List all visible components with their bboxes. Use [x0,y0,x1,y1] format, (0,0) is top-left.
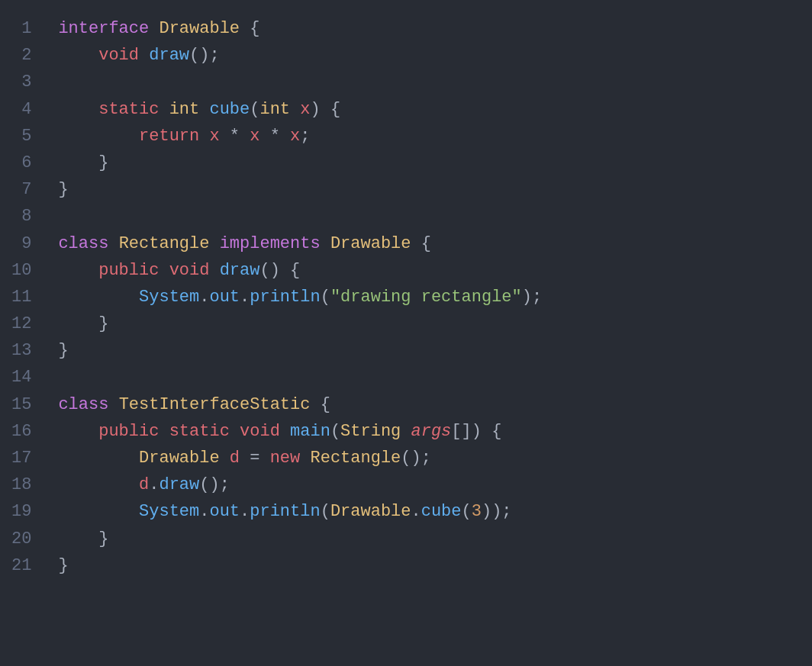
code-line: System.out.println("drawing rectangle"); [58,284,797,310]
code-token: . [199,502,209,521]
code-token [108,234,118,253]
code-line: interface Drawable { [58,15,797,42]
line-numbers: 123456789101112131415161718192021 [0,15,43,651]
line-number: 20 [11,526,31,552]
line-number: 7 [11,176,31,203]
code-token: int [169,100,200,119]
code-token [401,422,411,441]
code-token: void [98,46,139,65]
code-token: ( [462,502,472,521]
code-token: main [290,422,330,441]
code-token: void [169,261,210,280]
line-number: 18 [11,471,31,498]
code-token: { [240,19,259,38]
code-line [58,69,797,95]
code-token [209,261,219,280]
line-number: 8 [11,203,31,230]
code-token: } [58,314,108,333]
code-token: 3 [472,502,482,521]
code-token: draw [220,261,260,280]
line-number: 5 [11,123,31,150]
code-token [58,46,98,65]
code-content: interface Drawable { void draw(); static… [43,15,812,651]
code-token [290,100,300,119]
code-token: . [149,475,159,494]
code-token [58,449,139,468]
line-number: 3 [11,69,31,95]
code-token: x [300,100,310,119]
code-token: out [209,502,240,521]
code-token: . [240,288,250,307]
code-token: } [58,556,68,575]
line-number: 6 [11,150,31,176]
code-line: return x * x * x; [58,123,797,150]
code-token: interface [58,19,159,38]
code-token: int [259,100,290,119]
line-number: 2 [11,42,31,69]
code-token [159,261,169,280]
code-token: . [240,502,250,521]
code-token: Rectangle [310,449,401,468]
line-number: 15 [11,391,31,418]
code-token: x [250,127,259,146]
code-token: class [58,234,108,253]
code-token: ; [300,127,310,146]
code-token: . [199,288,209,307]
code-token: (); [199,475,230,494]
code-token: draw [159,475,199,494]
code-token: cube [209,100,250,119]
code-token: } [58,180,68,199]
line-number: 1 [11,15,31,42]
code-token: new [270,449,301,468]
code-token: d [139,475,149,494]
code-token [321,234,330,253]
code-line: } [58,310,797,337]
code-token: ( [321,502,330,521]
code-token: out [209,288,240,307]
line-number: 21 [11,552,31,579]
code-line: class Rectangle implements Drawable { [58,230,797,257]
code-token: draw [149,46,189,65]
code-line: static int cube(int x) { [58,96,797,123]
code-token: (); [189,46,220,65]
code-token: . [411,502,421,521]
code-token: ( [330,422,340,441]
code-token: Drawable [330,234,411,253]
code-token: System [139,288,199,307]
code-token: Drawable [139,449,220,468]
code-token: class [58,395,108,414]
code-token [58,502,139,521]
code-line: } [58,176,797,203]
code-token [280,422,290,441]
code-token: () { [259,261,300,280]
code-token [58,100,98,119]
code-token: ); [522,288,542,307]
line-number: 17 [11,445,31,471]
code-token [108,395,118,414]
code-line [58,203,797,230]
code-token: { [411,234,431,253]
code-token: public [98,422,159,441]
line-number: 4 [11,96,31,123]
code-token [58,475,139,494]
code-token: * [259,127,290,146]
code-token: []) [451,422,482,441]
code-token: ) { [310,100,340,119]
code-token: Drawable [330,502,411,521]
code-line: } [58,150,797,176]
code-line: public void draw() { [58,257,797,284]
line-number: 12 [11,310,31,337]
code-line [58,364,797,391]
code-token: x [209,127,219,146]
code-token [58,261,98,280]
code-token: )); [482,502,512,521]
code-token: } [58,341,68,360]
code-token [220,449,230,468]
line-number: 19 [11,498,31,525]
code-token: d [230,449,240,468]
code-token: { [482,422,501,441]
line-number: 13 [11,337,31,364]
code-token [58,288,139,307]
code-line: public static void main(String args[]) { [58,418,797,445]
code-token: } [58,529,108,549]
